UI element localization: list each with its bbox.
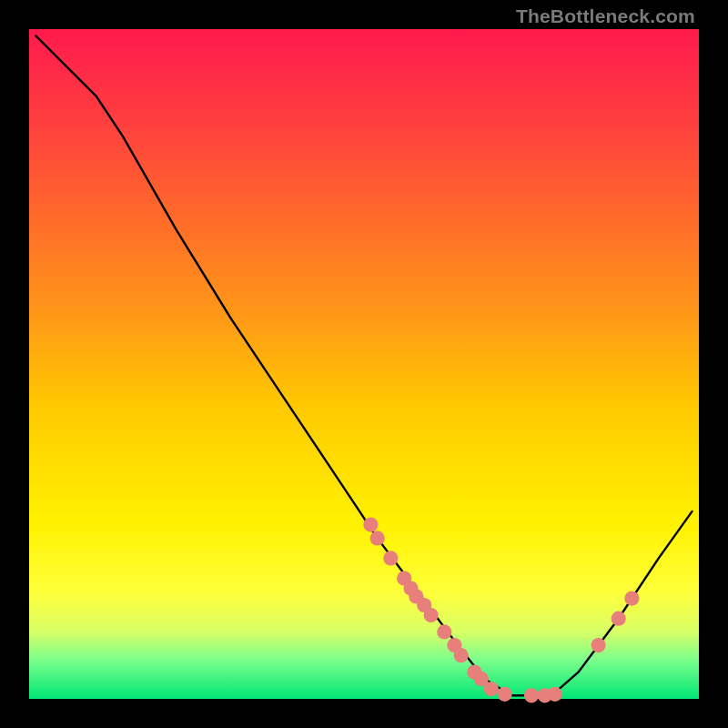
watermark-text: TheBottleneck.com (516, 5, 695, 27)
chart-overlay (29, 29, 699, 699)
marker-dot (437, 624, 451, 639)
marker-dot (363, 518, 378, 532)
marker-dot (484, 682, 499, 696)
bottleneck-curve (35, 35, 692, 695)
marker-dot (498, 687, 512, 702)
marker-group (363, 518, 639, 703)
marker-dot (612, 612, 626, 626)
marker-dot (524, 688, 539, 703)
marker-dot (454, 648, 469, 662)
marker-dot (624, 592, 639, 606)
marker-dot (370, 531, 385, 545)
marker-dot (592, 638, 606, 652)
marker-dot (548, 687, 562, 702)
marker-dot (424, 608, 439, 622)
marker-dot (383, 551, 398, 565)
